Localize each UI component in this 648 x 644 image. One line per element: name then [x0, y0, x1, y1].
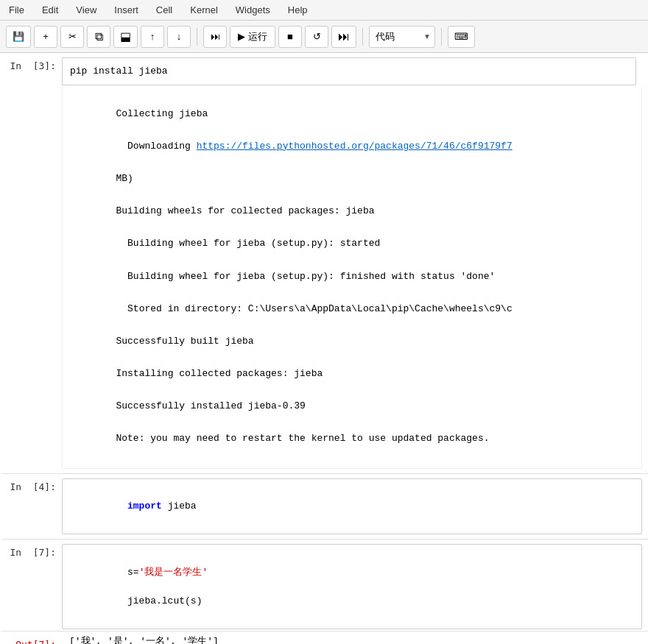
keyboard-button[interactable]: ⌨ — [448, 26, 475, 48]
paste-button[interactable]: ⬓ — [113, 26, 138, 48]
move-up-button[interactable]: ↑ — [141, 26, 164, 48]
cell-3-code[interactable]: pip install jieba — [63, 58, 635, 85]
output-line-2: Downloading https://files.pythonhosted.o… — [116, 141, 512, 152]
s-assign: s= — [127, 567, 139, 578]
output-line-6: Building wheel for jieba (setup.py): fin… — [116, 271, 495, 282]
separator-2 — [362, 28, 363, 46]
save-button[interactable]: 💾 — [6, 26, 31, 48]
cell-7-result: ['我', '是', '一名', '学生'] — [62, 631, 642, 644]
cell-7-output-row: Out[7]: ['我', '是', '一名', '学生'] — [0, 631, 648, 644]
menu-widgets[interactable]: Widgets — [233, 3, 273, 17]
stop-button[interactable]: ■ — [278, 26, 302, 48]
cell-3: In [3]: pip install jieba Collecting jie… — [0, 53, 648, 474]
cell-3-in-label: In [3]: — [3, 53, 62, 71]
output-line-9: Installing collected packages: jieba — [116, 368, 323, 379]
kernel-select[interactable]: 代码 Markdown — [369, 26, 435, 48]
import-jieba: jieba — [162, 500, 197, 512]
menu-view[interactable]: View — [73, 3, 99, 17]
cell-4-code[interactable]: import jieba — [63, 479, 641, 534]
output-line-10: Successfully installed jieba-0.39 — [116, 400, 305, 411]
import-keyword: import — [127, 500, 162, 512]
toolbar: 💾 + ✂ ⧉ ⬓ ↑ ↓ ⏭ ▶ ▶ 运行 运行 ■ ↺ ⏭ 代码 Markd… — [0, 21, 648, 53]
cell-7-code[interactable]: s='我是一名学生' jieba.lcut(s) — [63, 545, 641, 629]
copy-button[interactable]: ⧉ — [87, 26, 110, 48]
s-value: '我是一名学生' — [139, 567, 208, 578]
lcut-call: jieba.lcut(s) — [127, 595, 202, 606]
cell-7: In [7]: s='我是一名学生' jieba.lcut(s) — [0, 539, 648, 631]
output-line-5: Building wheel for jieba (setup.py): sta… — [116, 238, 380, 249]
output-line-4: Building wheels for collected packages: … — [116, 205, 374, 216]
restart-button[interactable]: ↺ — [305, 26, 328, 48]
output-line-11: Note: you may need to restart the kernel… — [116, 433, 489, 444]
cut-button[interactable]: ✂ — [60, 26, 84, 48]
cell-4-in-label: In [4]: — [3, 474, 62, 492]
run-text: 运行 — [248, 30, 267, 43]
cell-7-out-label: Out[7]: — [3, 631, 62, 644]
cell-7-input: s='我是一名学生' jieba.lcut(s) — [62, 544, 642, 629]
output-line-3: MB) — [116, 173, 133, 184]
move-down-button[interactable]: ↓ — [167, 26, 191, 48]
output-line-7: Stored in directory: C:\Users\a\AppData\… — [116, 303, 512, 314]
notebook: In [3]: pip install jieba Collecting jie… — [0, 53, 648, 644]
cell-3-input: pip install jieba — [62, 57, 636, 85]
run-icon: ▶ — [238, 31, 245, 42]
menu-file[interactable]: File — [6, 3, 27, 17]
menu-kernel[interactable]: Kernel — [187, 3, 221, 17]
output-line-1: Collecting jieba — [116, 108, 208, 119]
output-line-8: Successfully built jieba — [116, 336, 253, 347]
separator-1 — [197, 28, 197, 46]
kernel-select-wrap: 代码 Markdown — [369, 26, 435, 48]
step-button[interactable]: ⏭ — [203, 26, 227, 48]
cell-3-output: Collecting jieba Downloading https://fil… — [62, 85, 642, 469]
add-cell-button[interactable]: + — [34, 26, 57, 48]
menu-cell[interactable]: Cell — [153, 3, 175, 17]
separator-3 — [441, 28, 442, 46]
menu-insert[interactable]: Insert — [111, 3, 141, 17]
menu-help[interactable]: Help — [285, 3, 311, 17]
cell-4-input: import jieba — [62, 478, 642, 535]
menu-edit[interactable]: Edit — [39, 3, 61, 17]
menubar: File Edit View Insert Cell Kernel Widget… — [0, 0, 648, 21]
cell-7-in-label: In [7]: — [3, 539, 62, 558]
run-button[interactable]: ▶ ▶ 运行 运行 — [230, 26, 275, 48]
download-link[interactable]: https://files.pythonhosted.org/packages/… — [197, 141, 513, 152]
fast-forward-button[interactable]: ⏭ — [331, 26, 356, 48]
cell-4: In [4]: import jieba — [0, 474, 648, 540]
